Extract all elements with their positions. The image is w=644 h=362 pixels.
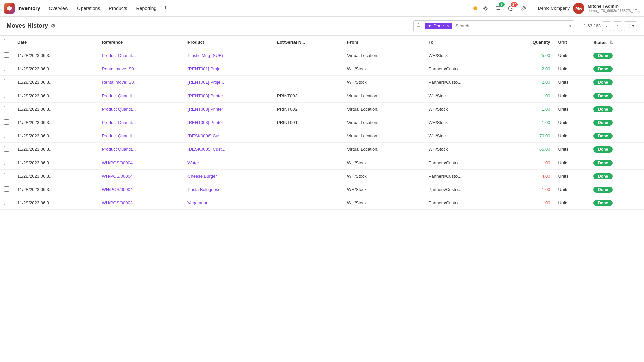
app-logo[interactable]: Inventory	[4, 3, 40, 14]
col-lot[interactable]: Lot/Serial N...	[273, 36, 343, 49]
cell-reference[interactable]: Product Quantit...	[98, 116, 183, 129]
column-reorder-icon[interactable]: ⇅	[609, 40, 613, 45]
col-date[interactable]: Date	[13, 36, 98, 49]
avatar[interactable]: MA	[573, 3, 584, 14]
row-checkbox[interactable]	[4, 106, 9, 111]
row-checkbox-cell	[0, 143, 13, 156]
cell-product[interactable]: [DESK0005] Cust...	[183, 143, 273, 156]
cell-reference[interactable]: WH/POS/00004	[98, 183, 183, 196]
nav-reporting[interactable]: Reporting	[132, 4, 161, 13]
cell-reference[interactable]: Rental move: S0...	[98, 62, 183, 76]
cell-quantity: 1.00	[504, 89, 554, 103]
filter-funnel-icon: ▼	[428, 24, 432, 28]
activity-icon-button[interactable]: 27	[506, 4, 516, 13]
col-status[interactable]: Status ⇅	[589, 36, 644, 49]
row-checkbox-cell	[0, 76, 13, 89]
cell-product[interactable]: [RENT003] Printer	[183, 103, 273, 116]
status-badge: Done	[593, 133, 613, 139]
cell-unit: Units	[554, 143, 590, 156]
nav-products[interactable]: Products	[105, 4, 131, 13]
status-badge: Done	[593, 93, 613, 99]
sort-status-button[interactable]: Status	[593, 40, 607, 45]
col-quantity[interactable]: Quantity	[504, 36, 554, 49]
sort-lot-button[interactable]: Lot/Serial N...	[277, 40, 305, 45]
chat-icon-button[interactable]: 6	[493, 4, 503, 13]
row-checkbox[interactable]	[4, 93, 9, 98]
cell-product[interactable]: [RENT003] Printer	[183, 116, 273, 129]
cell-reference[interactable]: Product Quantit...	[98, 103, 183, 116]
cell-quantity: 70.00	[504, 129, 554, 143]
col-reference[interactable]: Reference	[98, 36, 183, 49]
pagination-area: 1-63 / 63 ‹ › ▾	[584, 21, 637, 31]
prev-page-button[interactable]: ‹	[602, 21, 611, 31]
cell-product[interactable]: [DESK0006] Cust...	[183, 129, 273, 143]
table-row: 11/28/2023 06:3... WH/POS/00003 Vegetari…	[0, 196, 644, 210]
cell-to: WH/Stock	[424, 116, 504, 129]
sort-to-button[interactable]: To	[428, 40, 433, 45]
cell-product[interactable]: Plastic Mug (SUB)	[183, 49, 273, 62]
filter-tag-label: Done	[434, 23, 444, 28]
col-product[interactable]: Product	[183, 36, 273, 49]
select-all-checkbox[interactable]	[4, 39, 9, 44]
cell-reference[interactable]: WH/POS/00004	[98, 156, 183, 170]
cell-product[interactable]: Water	[183, 156, 273, 170]
col-unit[interactable]: Unit	[554, 36, 590, 49]
cell-reference[interactable]: Rental move: S0...	[98, 76, 183, 89]
cell-quantity: 4.00	[504, 170, 554, 183]
cell-reference[interactable]: WH/POS/00003	[98, 196, 183, 210]
cell-date: 11/28/2023 06:3...	[13, 76, 98, 89]
row-checkbox[interactable]	[4, 52, 9, 58]
cell-quantity: 1.00	[504, 183, 554, 196]
sort-reference-button[interactable]: Reference	[102, 40, 123, 45]
cell-status: Done	[589, 170, 644, 183]
row-checkbox[interactable]	[4, 79, 9, 84]
row-checkbox[interactable]	[4, 133, 9, 138]
table-row: 11/28/2023 06:3... Product Quantit... [R…	[0, 89, 644, 103]
sort-from-button[interactable]: From	[347, 40, 358, 45]
search-dropdown-button[interactable]: ▾	[567, 24, 574, 28]
search-input[interactable]	[453, 23, 567, 28]
row-checkbox[interactable]	[4, 200, 9, 205]
cell-date: 11/28/2023 06:3...	[13, 196, 98, 210]
row-checkbox[interactable]	[4, 66, 9, 71]
add-menu-button[interactable]: +	[161, 3, 170, 13]
col-from[interactable]: From	[343, 36, 424, 49]
cell-product[interactable]: Cheese Burger	[183, 170, 273, 183]
next-page-button[interactable]: ›	[613, 21, 622, 31]
cell-reference[interactable]: Product Quantit...	[98, 49, 183, 62]
row-checkbox[interactable]	[4, 119, 9, 125]
page-settings-icon[interactable]: ⚙	[51, 23, 55, 29]
sort-quantity-button[interactable]: Quantity	[533, 40, 550, 45]
select-all-column	[0, 36, 13, 49]
cell-to: Partners/Custo...	[424, 170, 504, 183]
cell-reference[interactable]: WH/POS/00004	[98, 170, 183, 183]
cell-reference[interactable]: Product Quantit...	[98, 129, 183, 143]
row-checkbox[interactable]	[4, 160, 9, 165]
nav-operations[interactable]: Operations	[73, 4, 104, 13]
row-checkbox[interactable]	[4, 146, 9, 152]
row-checkbox[interactable]	[4, 173, 9, 178]
row-checkbox[interactable]	[4, 186, 9, 192]
cell-reference[interactable]: Product Quantit...	[98, 89, 183, 103]
cell-product[interactable]: [RENT001] Proje...	[183, 62, 273, 76]
table-row: 11/28/2023 06:3... Product Quantit... [D…	[0, 129, 644, 143]
cell-product[interactable]: Vegetarian	[183, 196, 273, 210]
cell-from: Virtual Location...	[343, 129, 424, 143]
filter-remove-button[interactable]: ✕	[446, 24, 449, 28]
sort-unit-button[interactable]: Unit	[558, 40, 567, 45]
nav-overview[interactable]: Overview	[45, 4, 72, 13]
settings-icon-button[interactable]	[519, 4, 528, 13]
cell-product[interactable]: Pasta Bolognese	[183, 183, 273, 196]
col-to[interactable]: To	[424, 36, 504, 49]
main-menu: Overview Operations Products Reporting +	[45, 3, 472, 13]
debug-icon-button[interactable]	[481, 4, 490, 13]
cell-product[interactable]: [RENT003] Printer	[183, 89, 273, 103]
cell-product[interactable]: [RENT001] Proje...	[183, 76, 273, 89]
topnav: Inventory Overview Operations Products R…	[0, 0, 644, 17]
row-checkbox-cell	[0, 62, 13, 76]
list-view-button[interactable]: ▾	[624, 21, 637, 31]
sort-date-button[interactable]: Date	[17, 40, 27, 45]
sort-product-button[interactable]: Product	[187, 40, 204, 45]
cell-from: Virtual Location...	[343, 116, 424, 129]
cell-reference[interactable]: Product Quantit...	[98, 143, 183, 156]
